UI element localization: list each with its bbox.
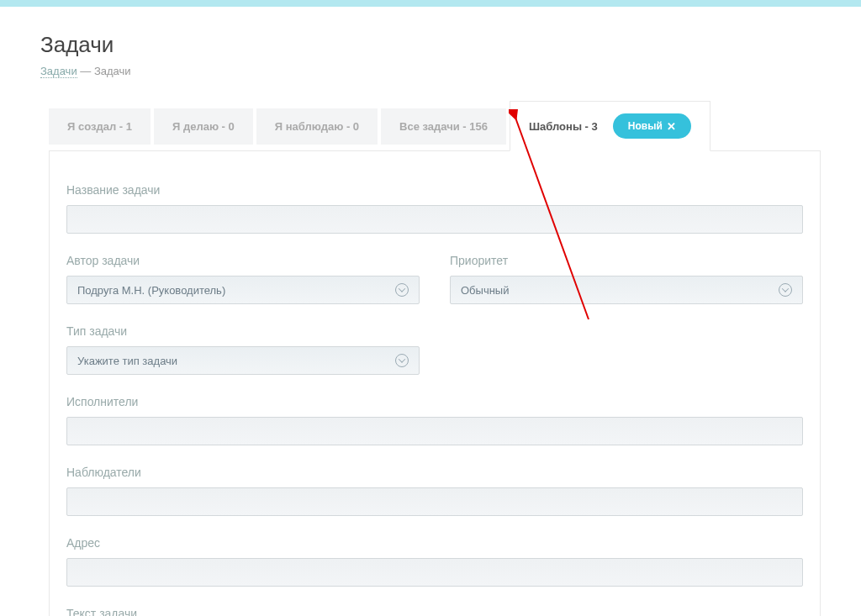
address-label: Адрес <box>66 536 803 550</box>
performers-label: Исполнители <box>66 395 803 408</box>
author-select[interactable]: Подруга М.Н. (Руководитель) <box>66 276 420 304</box>
priority-select-value: Обычный <box>461 284 509 297</box>
tab-doing[interactable]: Я делаю - 0 <box>154 108 253 145</box>
task-name-label: Название задачи <box>66 183 803 197</box>
address-input[interactable] <box>66 558 803 587</box>
priority-select[interactable]: Обычный <box>450 276 803 304</box>
task-type-select[interactable]: Укажите тип задачи <box>66 346 420 375</box>
chevron-down-icon <box>395 283 409 297</box>
breadcrumb: Задачи — Задачи <box>40 65 821 77</box>
task-name-input[interactable] <box>66 205 803 234</box>
tab-templates-active[interactable]: Шаблоны - 3 Новый ✕ <box>510 101 710 151</box>
author-label: Автор задачи <box>66 254 420 267</box>
task-type-label: Тип задачи <box>66 324 420 338</box>
observers-input[interactable] <box>66 487 803 516</box>
new-button[interactable]: Новый ✕ <box>613 113 691 139</box>
tab-created[interactable]: Я создал - 1 <box>49 108 151 145</box>
task-type-placeholder: Укажите тип задачи <box>77 355 177 367</box>
tab-all[interactable]: Все задачи - 156 <box>381 108 506 145</box>
breadcrumb-sep: — <box>77 65 94 77</box>
form-panel: Название задачи Автор задачи Подруга М.Н… <box>49 150 821 616</box>
observers-label: Наблюдатели <box>66 466 803 479</box>
author-select-value: Подруга М.Н. (Руководитель) <box>77 284 225 297</box>
priority-label: Приоритет <box>450 254 803 267</box>
new-button-label: Новый <box>628 120 663 132</box>
chevron-down-icon <box>779 283 792 297</box>
tabs: Я создал - 1 Я делаю - 0 Я наблюдаю - 0 … <box>49 101 821 151</box>
breadcrumb-root-link[interactable]: Задачи <box>40 65 77 78</box>
performers-input[interactable] <box>66 417 803 445</box>
page-title: Задачи <box>40 32 821 58</box>
top-accent-bar <box>0 0 861 7</box>
close-icon: ✕ <box>667 121 676 132</box>
tab-watching[interactable]: Я наблюдаю - 0 <box>256 108 378 145</box>
breadcrumb-current: Задачи <box>94 65 131 77</box>
tab-templates-label: Шаблоны - 3 <box>529 120 598 133</box>
chevron-down-icon <box>395 354 409 367</box>
task-text-label: Текст задачи <box>66 607 803 616</box>
